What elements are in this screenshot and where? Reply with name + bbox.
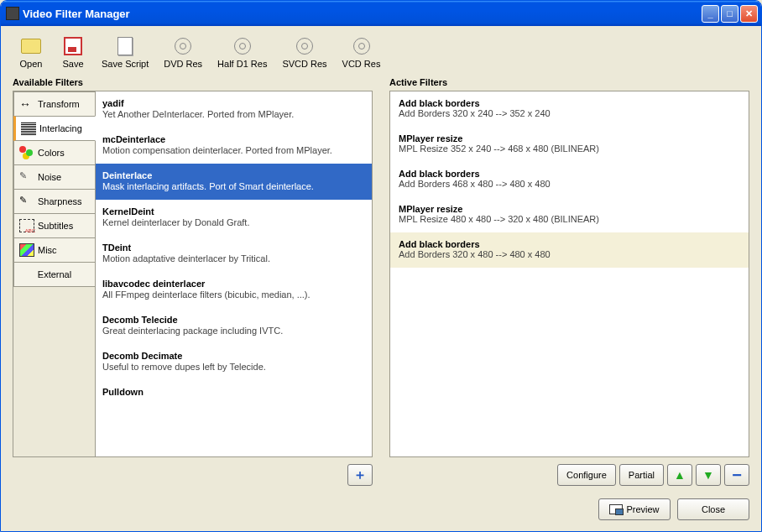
disc-icon	[352, 36, 372, 56]
filter-name: mcDeinterlace	[102, 134, 365, 144]
active-filter-desc: Add Borders 468 x 480 --> 480 x 480	[399, 179, 740, 189]
disc-icon	[232, 36, 253, 56]
filter-item[interactable]: libavcodec deinterlacerAll FFmpeg deinte…	[96, 272, 372, 308]
close-label: Close	[702, 504, 725, 514]
remove-filter-button[interactable]: −	[724, 464, 749, 486]
available-filters-label: Available Filters	[13, 77, 373, 87]
open-icon	[21, 36, 41, 56]
toolbar-label: Half D1 Res	[217, 59, 267, 69]
available-filters-panel: Available Filters TransformInterlacingCo…	[13, 77, 373, 488]
titlebar[interactable]: Video Filter Manager _ □ ✕	[1, 1, 761, 26]
colors-icon	[19, 146, 34, 159]
toolbar-half-d1-res[interactable]: Half D1 Res	[212, 34, 272, 70]
filter-item[interactable]: Pulldown	[96, 380, 372, 406]
active-filter-item[interactable]: MPlayer resizeMPL Resize 480 x 480 --> 3…	[390, 197, 749, 232]
filter-item[interactable]: DeinterlaceMask interlacing artifacts. P…	[96, 164, 372, 200]
app-window: Video Filter Manager _ □ ✕ OpenSaveSave …	[0, 0, 762, 532]
filter-item[interactable]: Decomb DecimateUseful to remove dupes le…	[96, 344, 372, 380]
active-filters-label: Active Filters	[389, 77, 749, 87]
tab-label: Noise	[38, 172, 61, 182]
toolbar: OpenSaveSave ScriptDVD ResHalf D1 ResSVC…	[13, 31, 749, 77]
active-filter-item[interactable]: Add black bordersAdd Borders 320 x 240 -…	[390, 91, 749, 127]
add-filter-button[interactable]: ＋	[347, 464, 373, 486]
misc-icon	[19, 243, 34, 257]
active-filter-name: Add black borders	[399, 169, 740, 179]
close-button[interactable]: Close	[677, 498, 749, 520]
toolbar-label: Save	[62, 59, 83, 69]
maximize-button[interactable]: □	[721, 5, 739, 23]
plus-icon: ＋	[353, 467, 367, 484]
toolbar-vcd-res[interactable]: VCD Res	[337, 34, 386, 70]
preview-label: Preview	[626, 504, 659, 514]
filter-item[interactable]: KernelDeintKernel deinterlacer by Donald…	[96, 200, 372, 236]
tab-colors[interactable]: Colors	[13, 140, 95, 165]
filter-name: KernelDeint	[102, 206, 365, 216]
minimize-button[interactable]: _	[702, 5, 719, 23]
filter-name: Deinterlace	[102, 170, 365, 180]
filter-desc: Motion adaptative deinterlacer by Tritic…	[102, 253, 365, 263]
filter-list[interactable]: yadifYet Another DeInterlacer. Ported fr…	[96, 91, 372, 456]
preview-icon	[609, 504, 623, 514]
tab-external[interactable]: External	[13, 262, 95, 287]
active-filter-name: MPlayer resize	[399, 133, 740, 143]
toolbar-label: SVCD Res	[282, 59, 326, 69]
tab-misc[interactable]: Misc	[13, 237, 95, 263]
toolbar-label: VCD Res	[342, 59, 381, 69]
active-filter-name: Add black borders	[399, 239, 740, 249]
move-up-button[interactable]: ▲	[667, 464, 692, 486]
filter-desc: Motion compensation deinterlacer. Ported…	[102, 145, 365, 155]
tab-sharpness[interactable]: Sharpness	[13, 189, 95, 214]
script-icon	[115, 36, 135, 56]
configure-button[interactable]: Configure	[557, 464, 616, 486]
filter-item[interactable]: yadifYet Another DeInterlacer. Ported fr…	[96, 91, 372, 128]
toolbar-save[interactable]: Save	[55, 34, 91, 70]
active-filter-name: Add black borders	[399, 98, 740, 108]
active-filter-item[interactable]: Add black bordersAdd Borders 468 x 480 -…	[390, 162, 749, 197]
filter-name: Decomb Telecide	[102, 315, 365, 325]
active-filter-list[interactable]: Add black bordersAdd Borders 320 x 240 -…	[389, 91, 749, 457]
noise-icon	[19, 170, 34, 184]
tab-label: Interlacing	[39, 123, 82, 133]
toolbar-svcd-res[interactable]: SVCD Res	[277, 34, 331, 70]
filter-item[interactable]: TDeintMotion adaptative deinterlacer by …	[96, 236, 372, 272]
toolbar-dvd-res[interactable]: DVD Res	[159, 34, 207, 70]
active-filter-desc: MPL Resize 480 x 480 --> 320 x 480 (BILI…	[399, 214, 740, 224]
move-down-button[interactable]: ▼	[696, 464, 721, 486]
active-filter-item[interactable]: MPlayer resizeMPL Resize 352 x 240 --> 4…	[390, 127, 749, 162]
toolbar-label: DVD Res	[164, 59, 202, 69]
titlebar-close-button[interactable]: ✕	[740, 5, 758, 23]
tab-transform[interactable]: Transform	[13, 91, 95, 117]
tab-label: Colors	[38, 148, 65, 158]
sharp-icon	[19, 195, 34, 208]
tab-label: External	[38, 269, 71, 279]
toolbar-label: Save Script	[102, 59, 149, 69]
active-filter-desc: MPL Resize 352 x 240 --> 468 x 480 (BILI…	[399, 143, 740, 154]
filter-desc: Great deinterlacing package including IV…	[102, 326, 365, 336]
toolbar-open[interactable]: Open	[13, 34, 50, 70]
preview-button[interactable]: Preview	[598, 498, 671, 520]
toolbar-save-script[interactable]: Save Script	[97, 34, 154, 70]
tab-interlacing[interactable]: Interlacing	[13, 116, 96, 141]
arrow-down-icon: ▼	[702, 468, 714, 482]
active-filter-desc: Add Borders 320 x 480 --> 480 x 480	[399, 249, 740, 259]
tab-label: Subtitles	[38, 221, 73, 231]
window-title: Video Filter Manager	[23, 8, 700, 20]
app-icon	[6, 7, 19, 20]
filter-item[interactable]: Decomb TelecideGreat deinterlacing packa…	[96, 308, 372, 344]
tab-noise[interactable]: Noise	[13, 164, 95, 190]
filter-desc: Useful to remove dupes left by Telecide.	[102, 362, 365, 372]
transform-icon	[19, 97, 34, 111]
filter-name: Pulldown	[102, 387, 365, 397]
tab-label: Sharpness	[38, 196, 82, 206]
arrow-up-icon: ▲	[674, 468, 686, 482]
interlace-icon	[21, 122, 36, 135]
filter-item[interactable]: mcDeinterlaceMotion compensation deinter…	[96, 128, 372, 164]
active-filters-panel: Active Filters Add black bordersAdd Bord…	[389, 77, 749, 488]
subtitle-icon	[19, 219, 34, 232]
partial-button[interactable]: Partial	[619, 464, 664, 486]
filter-name: yadif	[102, 98, 365, 108]
tab-subtitles[interactable]: Subtitles	[13, 213, 95, 238]
active-filter-item[interactable]: Add black bordersAdd Borders 320 x 480 -…	[390, 232, 749, 268]
active-filter-desc: Add Borders 320 x 240 --> 352 x 240	[399, 108, 740, 118]
filter-desc: Kernel deinterlacer by Donald Graft.	[102, 217, 365, 227]
